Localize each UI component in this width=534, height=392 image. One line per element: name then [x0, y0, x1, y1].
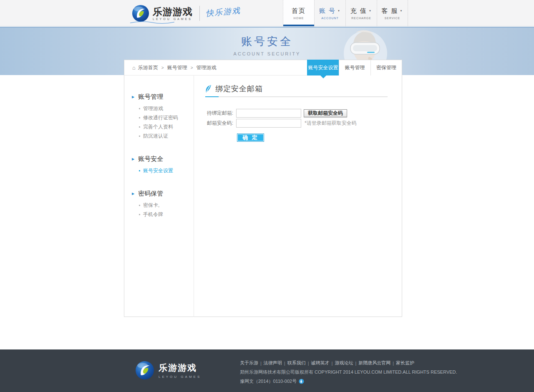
sidebar-item-label: 管理游戏 [143, 105, 163, 112]
nav-item-home[interactable]: 首页 HOME [283, 0, 314, 26]
breadcrumb-current: 管理游戏 [196, 64, 217, 71]
top-header: 乐游游戏 LEYOU GAMES 快乐游戏 首页 HOME 账 号▼ ACCOU… [0, 0, 534, 26]
content-area: 绑定安全邮箱 待绑定邮箱: 获取邮箱安全码 邮箱安全码: *请登录邮箱获取安全码… [194, 75, 402, 317]
nav-account-label: 账 号 [319, 7, 336, 15]
bullet-dot-icon [139, 170, 140, 171]
sidebar-title-label: 账号安全 [138, 155, 163, 163]
footer-info: 关于乐游| 法律声明| 联系我们| 诚聘英才| 游戏论坛| 新隋唐风云官网| 家… [240, 360, 457, 384]
sidebar-section-security: ▶ 账号安全 账号安全设置 [124, 155, 194, 174]
email-label: 待绑定邮箱: [194, 110, 233, 117]
divider: | [308, 361, 309, 366]
slogan-flourish-icon [129, 20, 175, 25]
confirm-button[interactable]: 确 定 [237, 133, 264, 142]
page-title: 绑定安全邮箱 [215, 84, 263, 94]
leyou-logo-icon [132, 5, 149, 22]
site-logo[interactable]: 乐游游戏 LEYOU GAMES 快乐游戏 [132, 5, 241, 22]
bullet-dot-icon [139, 117, 140, 118]
nav-service-sub: SERVICE [385, 17, 400, 20]
footer-link-jobs[interactable]: 诚聘英才 [311, 360, 330, 366]
footer-logo-en: LEYOU GAMES [159, 375, 201, 379]
footer-link-legal[interactable]: 法律声明 [264, 360, 282, 366]
page: 乐游游戏 LEYOU GAMES 快乐游戏 首页 HOME 账 号▼ ACCOU… [0, 0, 534, 392]
chevron-down-icon: ▼ [369, 10, 372, 12]
nav-home-sub: HOME [294, 17, 304, 20]
triangle-right-icon: ▶ [132, 157, 134, 161]
sidebar-item-label: 修改通行证密码 [143, 114, 178, 121]
footer-link-parental[interactable]: 家长监护 [396, 360, 414, 366]
footer-link-about[interactable]: 关于乐游 [240, 360, 258, 366]
tab-password-manage[interactable]: 密保管理 [370, 60, 402, 75]
sidebar-item-security-card[interactable]: 密保卡, [124, 202, 194, 209]
breadcrumb-separator: > [161, 65, 164, 70]
footer-copyright: 郑州乐游网络技术有限公司版权所有 COPYRIGHT 2014 LEYOU.CO… [240, 369, 457, 375]
footer: 乐游游戏 LEYOU GAMES 关于乐游| 法律声明| 联系我们| 诚聘英才|… [0, 349, 534, 392]
sidebar-item-complete-profile[interactable]: 完善个人资料 [124, 123, 194, 130]
sidebar-title-account[interactable]: ▶ 账号管理 [124, 93, 194, 101]
logo-text: 乐游游戏 LEYOU GAMES [153, 7, 193, 20]
sidebar-title-password-keep[interactable]: ▶ 密码保管 [124, 190, 194, 198]
tab-account-manage[interactable]: 账号管理 [339, 60, 370, 75]
banner-title-box: 账号安全 ACCOUNT SECURITY [0, 34, 534, 56]
nav-item-account[interactable]: 账 号▼ ACCOUNT [314, 0, 345, 26]
nav-service-label: 客 服 [381, 7, 398, 15]
sidebar-item-anti-addiction[interactable]: 防沉迷认证 [124, 133, 194, 139]
footer-logo-cn: 乐游游戏 [159, 362, 201, 374]
divider: | [393, 361, 394, 366]
sidebar-item-security-settings[interactable]: 账号安全设置 [124, 167, 194, 174]
breadcrumb-row: ⌂ 乐游首页 > 账号管理 > 管理游戏 账号安全设置 账号管理 密保管理 [124, 60, 402, 75]
chevron-down-icon: ▼ [338, 10, 341, 12]
house-icon: ⌂ [132, 65, 136, 71]
breadcrumb-separator: > [191, 65, 193, 70]
footer-link-forum[interactable]: 游戏论坛 [335, 360, 353, 366]
leaf-icon [205, 85, 212, 93]
card-body: ▶ 账号管理 管理游戏 修改通行证密码 完善个人资料 防沉迷认证 ▶ 账号安全 [124, 75, 402, 317]
bullet-dot-icon [139, 205, 140, 206]
banner-subtitle: ACCOUNT SECURITY [0, 51, 534, 56]
code-label: 邮箱安全码: [194, 120, 233, 127]
sidebar-item-label: 完善个人资料 [143, 123, 173, 131]
breadcrumb-home[interactable]: 乐游首页 [138, 64, 158, 71]
triangle-right-icon: ▶ [132, 192, 134, 196]
footer-logo[interactable]: 乐游游戏 LEYOU GAMES [135, 361, 201, 380]
banner-title: 账号安全 [0, 34, 534, 49]
sidebar-item-mobile-token[interactable]: 手机令牌 [124, 211, 194, 218]
nav-recharge-sub: RECHARGE [351, 17, 371, 20]
nav-home-label: 首页 [292, 7, 306, 15]
get-code-button[interactable]: 获取邮箱安全码 [304, 109, 347, 117]
sidebar-item-change-password[interactable]: 修改通行证密码 [124, 114, 194, 121]
main-nav: 首页 HOME 账 号▼ ACCOUNT 充 值▼ RECHARGE 客 服▼ … [283, 0, 408, 26]
sidebar-section-account: ▶ 账号管理 管理游戏 修改通行证密码 完善个人资料 防沉迷认证 [124, 93, 194, 139]
sidebar-item-manage-games[interactable]: 管理游戏 [124, 105, 194, 112]
sidebar-section-password-keep: ▶ 密码保管 密保卡, 手机令牌 [124, 190, 194, 218]
nav-item-recharge[interactable]: 充 值▼ RECHARGE [345, 0, 377, 26]
nav-recharge-label: 充 值 [350, 7, 367, 15]
breadcrumb: ⌂ 乐游首页 > 账号管理 > 管理游戏 [124, 64, 217, 71]
footer-link-contact[interactable]: 联系我们 [287, 360, 306, 366]
divider: | [284, 361, 285, 366]
tab-bar: 账号安全设置 账号管理 密保管理 [307, 60, 402, 75]
sidebar: ▶ 账号管理 管理游戏 修改通行证密码 完善个人资料 防沉迷认证 ▶ 账号安全 [124, 75, 194, 317]
sidebar-item-label: 密保卡, [143, 202, 159, 209]
footer-link-game-site[interactable]: 新隋唐风云官网 [358, 360, 390, 366]
footer-license: 豫网文（2014）0110-002号 [240, 378, 297, 384]
cert-badge-icon[interactable] [299, 379, 304, 384]
bullet-dot-icon [139, 108, 140, 109]
breadcrumb-account[interactable]: 账号管理 [167, 64, 187, 71]
divider: | [355, 361, 356, 366]
footer-links: 关于乐游| 法律声明| 联系我们| 诚聘英才| 游戏论坛| 新隋唐风云官网| 家… [240, 360, 457, 366]
title-underline [205, 96, 388, 97]
chevron-down-icon: ▼ [400, 10, 403, 12]
main-card: ⌂ 乐游首页 > 账号管理 > 管理游戏 账号安全设置 账号管理 密保管理 ▶ … [124, 60, 402, 317]
logo-en: LEYOU GAMES [153, 18, 193, 20]
divider: | [260, 361, 262, 366]
nav-item-service[interactable]: 客 服▼ SERVICE [377, 0, 408, 26]
sidebar-title-label: 账号管理 [138, 93, 163, 101]
slogan-text: 快乐游戏 [205, 5, 241, 19]
tab-security-settings[interactable]: 账号安全设置 [307, 60, 339, 75]
code-note: *请登录邮箱获取安全码 [305, 120, 357, 127]
logo-divider [199, 6, 200, 21]
sidebar-title-security[interactable]: ▶ 账号安全 [124, 155, 194, 163]
divider: | [332, 361, 333, 366]
code-input[interactable] [236, 119, 301, 128]
email-input[interactable] [236, 109, 301, 118]
